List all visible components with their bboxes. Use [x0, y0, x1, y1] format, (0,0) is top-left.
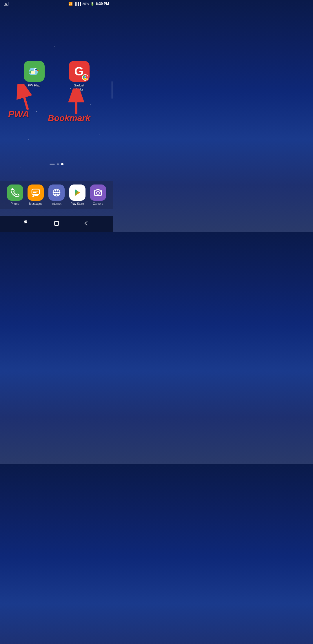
nfc-icon: N	[4, 2, 8, 6]
dock-item-internet[interactable]: Internet	[48, 184, 65, 205]
pwa-arrow-svg	[16, 84, 36, 110]
chrome-circle	[83, 75, 88, 80]
svg-point-23	[100, 191, 101, 192]
messages-label: Messages	[29, 202, 43, 205]
phone-svg	[11, 188, 19, 197]
messages-svg	[31, 188, 40, 197]
camera-icon	[90, 184, 106, 201]
pwa-label: PWA	[8, 109, 29, 120]
playstore-icon	[69, 184, 85, 201]
page-indicator-dot2-active	[61, 163, 63, 165]
page-indicator-dash	[50, 164, 55, 165]
gadgethacks-icon-bg: G	[69, 61, 90, 82]
svg-marker-21	[75, 189, 80, 196]
nav-back-button[interactable]	[83, 220, 90, 228]
svg-rect-13	[32, 189, 39, 194]
app-dock: Phone Messages	[0, 181, 113, 209]
camera-svg	[93, 188, 103, 197]
phone-icon	[7, 184, 23, 201]
battery-percentage: 85%	[83, 2, 89, 6]
internet-icon	[48, 184, 65, 201]
nav-recent-button[interactable]	[23, 220, 30, 228]
dock-item-messages[interactable]: Messages	[28, 184, 44, 205]
recent-apps-icon	[23, 220, 30, 227]
nav-bar	[0, 216, 113, 232]
pwflap-bird-svg	[27, 64, 42, 79]
playstore-svg	[72, 188, 82, 198]
status-right-icons: 📶 ▐▐▐ 85% 🔋 6:39 PM	[68, 2, 109, 6]
dock-item-camera[interactable]: Camera	[90, 184, 106, 205]
phone-label: Phone	[11, 202, 19, 205]
home-screen: N 📶 ▐▐▐ 85% 🔋 6:39 PM	[0, 0, 113, 232]
back-icon	[83, 220, 90, 227]
wifi-icon: 📶	[68, 2, 73, 6]
page-indicator-dot1	[57, 163, 59, 165]
dock-item-playstore[interactable]: Play Store	[69, 184, 85, 205]
svg-point-22	[97, 191, 99, 194]
internet-label: Internet	[52, 202, 61, 205]
svg-rect-26	[54, 221, 59, 225]
internet-svg	[52, 188, 61, 197]
battery-icon: 🔋	[90, 2, 94, 6]
pwa-arrow	[16, 84, 36, 111]
page-indicators	[0, 163, 113, 165]
bookmark-arrow-svg	[66, 88, 86, 115]
clock: 6:39 PM	[96, 2, 109, 6]
status-bar: N 📶 ▐▐▐ 85% 🔋 6:39 PM	[0, 0, 113, 7]
svg-point-3	[35, 69, 37, 70]
playstore-label: Play Store	[71, 202, 84, 205]
bookmark-label: Bookmark	[48, 113, 90, 123]
nav-home-button[interactable]	[53, 220, 60, 228]
svg-line-10	[21, 86, 28, 109]
svg-point-4	[36, 69, 37, 70]
chrome-inner	[84, 76, 86, 79]
home-icon	[53, 220, 60, 227]
status-left-icons: N	[4, 2, 8, 6]
svg-point-8	[31, 71, 35, 74]
app-icon-gadgethacks[interactable]: G Gadget Hacks	[69, 61, 90, 92]
messages-icon	[28, 184, 44, 201]
chrome-badge	[82, 74, 88, 81]
camera-label: Camera	[93, 202, 103, 205]
signal-icon: ▐▐▐	[74, 2, 81, 6]
bookmark-arrow	[66, 88, 86, 116]
pwflap-icon-bg	[24, 61, 45, 82]
dock-item-phone[interactable]: Phone	[7, 184, 23, 205]
